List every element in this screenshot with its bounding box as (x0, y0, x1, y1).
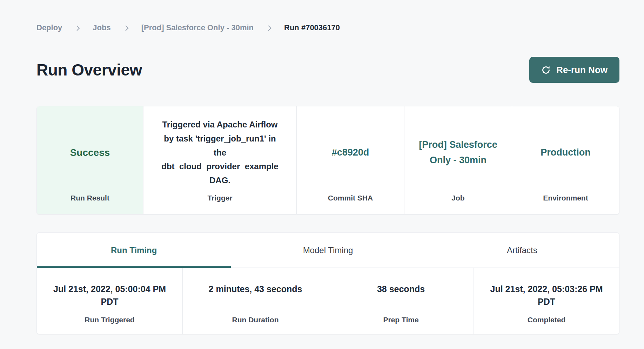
run-result-card: Success Run Result (37, 106, 143, 214)
run-overview-page: Deploy Jobs [Prod] Salesforce Only - 30m… (0, 0, 644, 349)
environment-card: Production Environment (512, 106, 619, 214)
prep-time-label: Prep Time (328, 316, 474, 324)
page-header: Run Overview Re-run Now (36, 57, 619, 83)
job-label: Job (413, 194, 503, 202)
breadcrumb-run-number: Run #70036170 (284, 23, 340, 32)
rerun-button-label: Re-run Now (556, 65, 608, 75)
breadcrumb-jobs[interactable]: Jobs (93, 23, 110, 32)
run-result-label: Run Result (45, 194, 135, 202)
run-summary-row: Success Run Result Triggered via Apache … (36, 106, 619, 215)
tab-artifacts[interactable]: Artifacts (425, 233, 619, 268)
chevron-right-icon (266, 25, 271, 31)
run-detail-panel: Run Timing Model Timing Artifacts Jul 21… (36, 232, 619, 334)
tab-run-timing[interactable]: Run Timing (37, 233, 231, 268)
prep-time-cell: 38 seconds Prep Time (328, 268, 474, 334)
breadcrumb: Deploy Jobs [Prod] Salesforce Only - 30m… (36, 23, 619, 32)
job-link[interactable]: [Prod] Salesforce Only - 30min (416, 137, 500, 168)
trigger-value: Triggered via Apache Airflow by task 'tr… (159, 118, 281, 187)
tab-bar: Run Timing Model Timing Artifacts (37, 233, 619, 268)
run-result-value: Success (70, 145, 110, 160)
chevron-right-icon (123, 25, 129, 31)
tab-model-timing[interactable]: Model Timing (231, 233, 425, 268)
trigger-card: Triggered via Apache Airflow by task 'tr… (143, 106, 296, 214)
commit-sha-card: #c8920d Commit SHA (296, 106, 404, 214)
commit-sha-link[interactable]: #c8920d (332, 145, 369, 160)
page-title: Run Overview (36, 60, 142, 79)
refresh-icon (541, 65, 551, 75)
run-duration-label: Run Duration (183, 316, 328, 324)
completed-label: Completed (474, 316, 619, 324)
breadcrumb-job-name[interactable]: [Prod] Salesforce Only - 30min (141, 23, 254, 32)
run-triggered-value: Jul 21st, 2022, 05:00:04 PM PDT (45, 283, 175, 308)
prep-time-value: 38 seconds (377, 283, 425, 295)
job-card: [Prod] Salesforce Only - 30min Job (404, 106, 512, 214)
completed-cell: Jul 21st, 2022, 05:03:26 PM PDT Complete… (474, 268, 619, 334)
environment-link[interactable]: Production (541, 145, 591, 160)
run-triggered-cell: Jul 21st, 2022, 05:00:04 PM PDT Run Trig… (37, 268, 182, 334)
run-duration-value: 2 minutes, 43 seconds (209, 283, 302, 295)
environment-label: Environment (521, 194, 611, 202)
rerun-now-button[interactable]: Re-run Now (529, 57, 619, 83)
run-duration-cell: 2 minutes, 43 seconds Run Duration (182, 268, 328, 334)
completed-value: Jul 21st, 2022, 05:03:26 PM PDT (482, 283, 611, 308)
trigger-label: Trigger (152, 194, 288, 202)
run-timing-content: Jul 21st, 2022, 05:00:04 PM PDT Run Trig… (37, 268, 619, 334)
breadcrumb-deploy[interactable]: Deploy (36, 23, 62, 32)
chevron-right-icon (74, 25, 80, 31)
run-triggered-label: Run Triggered (37, 316, 182, 324)
commit-sha-label: Commit SHA (305, 194, 396, 202)
